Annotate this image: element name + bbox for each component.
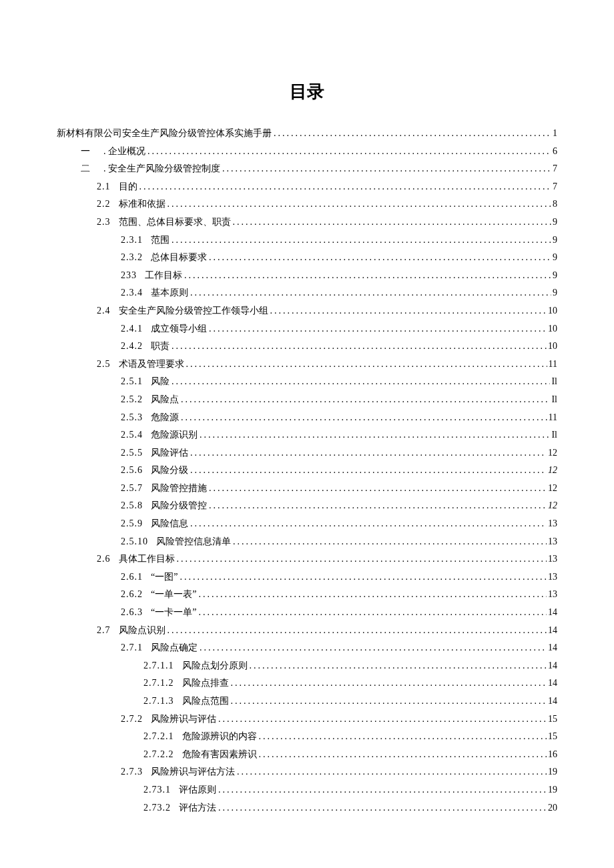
toc-entry[interactable]: 2.7.1.2风险点排查14: [57, 675, 557, 693]
toc-leader-dots: [166, 195, 552, 213]
toc-entry-label: 2.5.5风险评估: [121, 444, 188, 462]
toc-entry[interactable]: 2.2标准和依据8: [57, 195, 557, 213]
toc-entry[interactable]: 2.5.8风险分级管控12: [57, 497, 557, 515]
toc-entry-number: 2.5.4: [121, 426, 143, 444]
toc-leader-dots: [248, 657, 547, 675]
toc-entry[interactable]: 2.5.4危险源识别Il: [57, 426, 557, 444]
toc-entry[interactable]: 2.73.2评估方法20: [57, 799, 557, 817]
toc-entry-text: “一图”: [151, 572, 178, 582]
toc-entry[interactable]: 2.1目的7: [57, 178, 557, 196]
toc-entry[interactable]: 2.7.1风险点确定14: [57, 639, 557, 657]
toc-entry-text: 风险点排查: [182, 678, 229, 688]
toc-entry[interactable]: 2.7.2.2危险有害因素辨识16: [57, 746, 557, 764]
toc-entry[interactable]: 2.5.3危险源11: [57, 409, 557, 427]
toc-entry-page: 9: [551, 249, 557, 267]
toc-entry[interactable]: 2.6.2“一单一表”13: [57, 586, 557, 604]
toc-entry-number: 2.3.2: [121, 249, 143, 267]
toc-entry[interactable]: 2.7.3风险辨识与评估方法19: [57, 763, 557, 781]
toc-leader-dots: [231, 213, 552, 232]
toc-entry-page: 16: [547, 746, 557, 764]
toc-entry[interactable]: 2.5.5风险评估12: [57, 444, 557, 462]
toc-entry-number: 2.7.1.3: [143, 693, 174, 711]
toc-entry-text: 风险分级: [151, 465, 188, 475]
toc-entry-text: 新材料有限公司安全生产风险分级管控体系实施手册: [57, 128, 272, 138]
toc-leader-dots: [179, 409, 547, 427]
toc-entry[interactable]: 2.5.1风险Il: [57, 373, 557, 391]
toc-entry-label: 2.4安全生产风险分级管控工作领导小组: [97, 302, 268, 320]
toc-entry-label: 2.6.1“一图”: [121, 568, 178, 586]
toc-entry[interactable]: 2.5.10风险管控信息清单13: [57, 533, 557, 551]
toc-entry-label: 2.5.6风险分级: [121, 462, 188, 480]
toc-entry[interactable]: 2.7.2.1危险源辨识的内容15: [57, 728, 557, 746]
toc-entry-number: 2.3: [97, 213, 111, 232]
toc-entry[interactable]: 2.7.1.1风险点划分原则14: [57, 657, 557, 675]
toc-entry[interactable]: 2.3.1范围9: [57, 232, 557, 250]
toc-entry[interactable]: 2.5.9风险信息13: [57, 515, 557, 533]
toc-entry-text: 具体工作目标: [119, 554, 175, 564]
toc-entry[interactable]: 2.6.1“一图”13: [57, 568, 557, 586]
toc-entry[interactable]: 2.4.2职责10: [57, 338, 557, 356]
toc-entry-number: 2.5.5: [121, 444, 143, 462]
toc-leader-dots: [216, 711, 547, 729]
toc-entry-text: 风险辨识与评估方法: [151, 767, 235, 777]
toc-entry-number: 2.5.10: [121, 533, 148, 551]
toc-entry[interactable]: 2.6.3“一卡一单”14: [57, 604, 557, 622]
toc-leader-dots: [166, 622, 547, 640]
toc-entry-label: 2.2标准和依据: [97, 195, 166, 213]
toc-entry-text: 风险管控信息清单: [156, 536, 231, 546]
toc-entry[interactable]: 2.6具体工作目标13: [57, 550, 557, 568]
toc-entry[interactable]: 2.5.2风险点Il: [57, 391, 557, 409]
toc-entry-number: 2.7.3: [121, 763, 143, 781]
toc-entry-page: 13: [547, 586, 557, 604]
toc-entry-page: 8: [551, 195, 557, 213]
toc-entry[interactable]: 2.5术语及管理要求11: [57, 356, 557, 374]
toc-leader-dots: [179, 391, 550, 409]
toc-entry-number: 2.5.8: [121, 497, 143, 515]
toc-entry-page: 9: [551, 267, 557, 285]
toc-entry-text: 风险点确定: [151, 642, 198, 653]
toc-leader-dots: [257, 746, 547, 764]
toc-entry-label: 2.5.10风险管控信息清单: [121, 533, 231, 551]
toc-entry-text: 标准和依据: [119, 199, 166, 209]
toc-entry-number: 2.3.1: [121, 232, 143, 250]
toc-entry[interactable]: 2.4安全生产风险分级管控工作领导小组10: [57, 302, 557, 320]
toc-entry-number: 2.4.1: [121, 320, 143, 338]
toc-entry[interactable]: 2.7风险点识别14: [57, 622, 557, 640]
toc-entry[interactable]: 233工作目标9: [57, 267, 557, 285]
toc-entry-text: 风险信息: [151, 518, 188, 528]
toc-entry-label: 2.3范围、总体目标要求、职责: [97, 213, 231, 232]
toc-entry-page: 19: [547, 781, 557, 799]
toc-entry[interactable]: 2.7.2风险辨识与评估15: [57, 711, 557, 729]
toc-entry-text: 危险源识别: [151, 430, 198, 440]
toc-leader-dots: [188, 462, 547, 480]
toc-entry-text: 安全生产风险分级管控工作领导小组: [119, 306, 268, 316]
toc-entry[interactable]: 2.5.6风险分级12: [57, 462, 557, 480]
toc-entry-label: 2.7.1.3风险点范围: [143, 693, 229, 711]
toc-entry-label: 2.5.8风险分级管控: [121, 497, 207, 515]
toc-entry-page: 11: [547, 356, 557, 374]
toc-entry[interactable]: 2.3范围、总体目标要求、职责9: [57, 213, 557, 232]
toc-entry-label: 2.5.2风险点: [121, 391, 179, 409]
toc-entry-text: 风险管控措施: [151, 483, 207, 493]
toc-entry-page: 1: [551, 125, 557, 143]
toc-entry-page: 9: [551, 213, 557, 232]
toc-entry[interactable]: 2.7.1.3风险点范围14: [57, 693, 557, 711]
toc-entry-label: 2.7.1.1风险点划分原则: [143, 657, 248, 675]
toc-entry-text: “一卡一单”: [151, 607, 196, 617]
toc-entry-text: 风险辨识与评估: [151, 714, 216, 724]
toc-entry-number: 2.5: [97, 356, 111, 374]
toc-entry-number: 2.7.1.2: [143, 675, 174, 693]
toc-entry[interactable]: 2.5.7风险管控措施12: [57, 480, 557, 498]
toc-leader-dots: [229, 693, 547, 711]
toc-leader-dots: [188, 284, 551, 302]
toc-entry[interactable]: 二. 安全生产风险分级管控制度7: [57, 160, 557, 178]
toc-entry[interactable]: 2.4.1成立领导小组10: [57, 320, 557, 338]
toc-entry[interactable]: 一. 企业概况6: [57, 143, 557, 161]
toc-entry[interactable]: 2.73.1评估原则19: [57, 781, 557, 799]
toc-entry[interactable]: 2.3.2总体目标要求9: [57, 249, 557, 267]
toc-title: 目录: [57, 80, 557, 103]
toc-entry[interactable]: 2.3.4基本原则9: [57, 284, 557, 302]
toc-entry[interactable]: 新材料有限公司安全生产风险分级管控体系实施手册1: [57, 125, 557, 143]
toc-entry-text: 评估方法: [179, 803, 216, 813]
toc-entry-label: 2.5术语及管理要求: [97, 356, 184, 374]
